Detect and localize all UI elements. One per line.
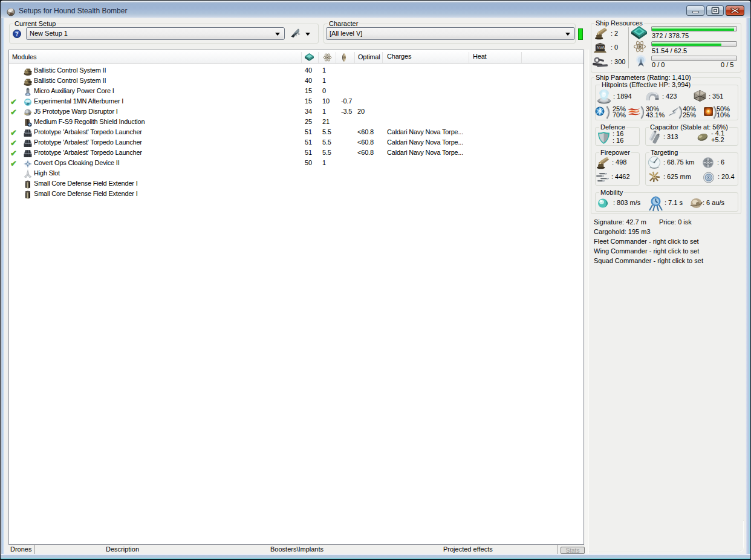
svg-text:NVA: NVA (597, 45, 605, 50)
